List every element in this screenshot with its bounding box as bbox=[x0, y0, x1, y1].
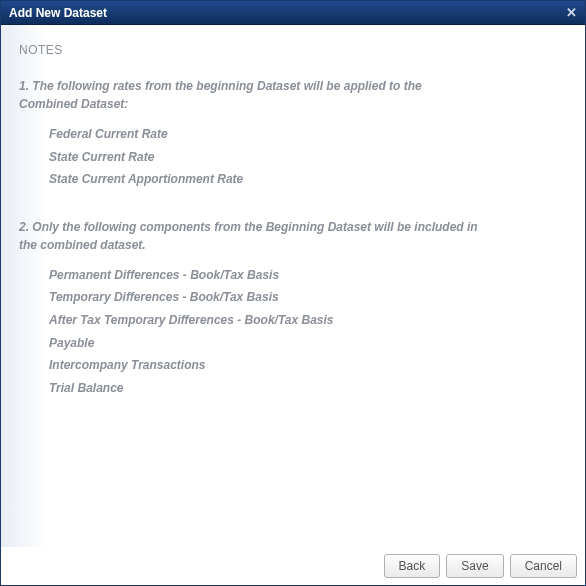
note-paragraph-1: 1. The following rates from the beginnin… bbox=[19, 77, 479, 113]
dialog-footer: Back Save Cancel bbox=[1, 547, 585, 585]
save-button[interactable]: Save bbox=[446, 554, 503, 578]
titlebar: Add New Dataset ✕ bbox=[1, 1, 585, 25]
note-item: Payable bbox=[49, 336, 567, 352]
dialog-title: Add New Dataset bbox=[9, 6, 107, 20]
note-item: Permanent Differences - Book/Tax Basis bbox=[49, 268, 567, 284]
cancel-button[interactable]: Cancel bbox=[510, 554, 577, 578]
back-button[interactable]: Back bbox=[384, 554, 441, 578]
note-item: Temporary Differences - Book/Tax Basis bbox=[49, 290, 567, 306]
note-item: State Current Rate bbox=[49, 150, 567, 166]
note-paragraph-2: 2. Only the following components from th… bbox=[19, 218, 479, 254]
close-icon[interactable]: ✕ bbox=[564, 4, 579, 21]
dialog-content: NOTES 1. The following rates from the be… bbox=[1, 25, 585, 547]
note-list-2: Permanent Differences - Book/Tax Basis T… bbox=[49, 268, 567, 397]
note-item: Federal Current Rate bbox=[49, 127, 567, 143]
note-item: State Current Apportionment Rate bbox=[49, 172, 567, 188]
note-list-1: Federal Current Rate State Current Rate … bbox=[49, 127, 567, 188]
note-item: Trial Balance bbox=[49, 381, 567, 397]
note-item: Intercompany Transactions bbox=[49, 358, 567, 374]
note-item: After Tax Temporary Differences - Book/T… bbox=[49, 313, 567, 329]
notes-heading: NOTES bbox=[19, 43, 567, 57]
add-new-dataset-dialog: Add New Dataset ✕ NOTES 1. The following… bbox=[0, 0, 586, 586]
